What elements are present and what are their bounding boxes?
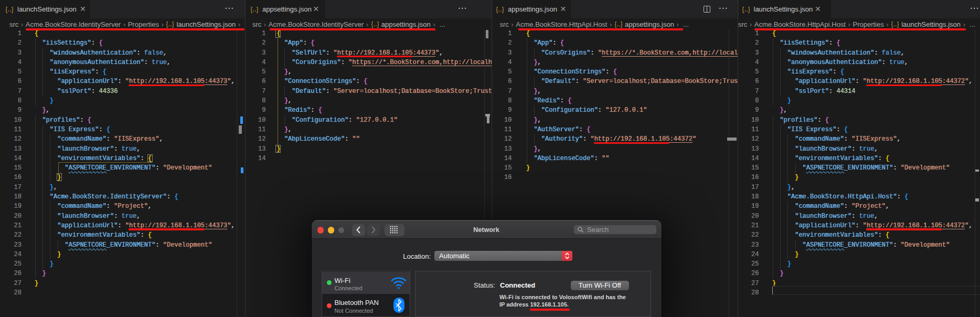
svg-text:{..}: {..}: [891, 21, 899, 28]
svg-text:{..}: {..}: [742, 6, 750, 13]
svg-text:{..}: {..}: [371, 21, 379, 28]
svg-text:{..}: {..}: [6, 6, 14, 13]
svg-text:{..}: {..}: [251, 6, 259, 13]
svg-text:{..}: {..}: [614, 21, 622, 28]
svg-text:{..}: {..}: [166, 21, 174, 28]
svg-text:{..}: {..}: [496, 6, 504, 13]
